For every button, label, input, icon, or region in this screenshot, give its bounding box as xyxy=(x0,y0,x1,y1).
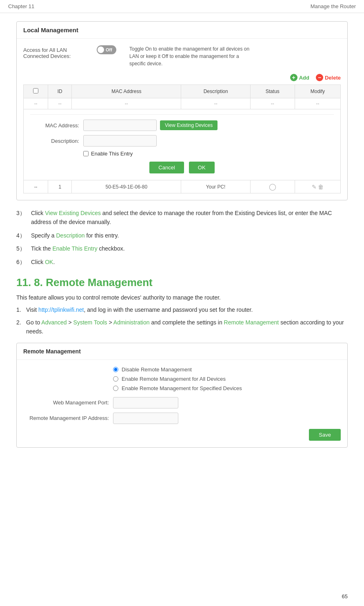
radio-all-devices: Enable Remote Management for All Devices xyxy=(113,376,341,382)
delete-icon: − xyxy=(316,74,323,81)
step-6-num: 6） xyxy=(16,257,31,266)
page-number: 65 xyxy=(342,593,348,599)
ip-label: Remote Management IP Address: xyxy=(23,415,113,421)
management-table: ID MAC Address Description Status Modify… xyxy=(23,84,341,193)
form-section: MAC Address: View Existing Devices Descr… xyxy=(30,114,334,173)
mac-input[interactable] xyxy=(83,120,157,131)
status-lamp-icon: ◯ xyxy=(269,183,276,190)
ok-button[interactable]: OK xyxy=(189,162,215,173)
remote-step-2: 2. Go to Advanced > System Tools > Admin… xyxy=(16,318,348,336)
empty-row: -- -- -- -- -- -- xyxy=(24,98,341,109)
toggle-switch[interactable]: Off xyxy=(97,45,116,54)
edit-icon[interactable]: ✎ xyxy=(312,184,317,190)
step-5-text: Tick the Enable This Entry checkbox. xyxy=(31,244,125,253)
toggle-text: Off xyxy=(106,47,112,52)
description-link: Description xyxy=(56,232,84,239)
data-col6: ✎ 🗑 xyxy=(295,180,340,193)
form-row: MAC Address: View Existing Devices Descr… xyxy=(24,109,341,180)
web-port-input[interactable] xyxy=(113,397,178,408)
data-col1: -- xyxy=(24,180,48,193)
radio-all-input[interactable] xyxy=(113,376,118,382)
col-mac: MAC Address xyxy=(72,85,181,98)
select-all-checkbox[interactable] xyxy=(33,88,38,93)
desc-input[interactable] xyxy=(83,135,157,147)
remote-panel-title: Remote Management xyxy=(17,343,347,360)
section-number: 11. 8. xyxy=(16,276,46,289)
enable-entry-row: Enable This Entry xyxy=(83,151,334,157)
add-icon: + xyxy=(290,74,297,81)
ip-address-input[interactable] xyxy=(113,413,178,424)
manage-label: Manage the Router xyxy=(311,3,356,9)
step-4-num: 4） xyxy=(16,231,31,240)
chapter-label: Chapter 11 xyxy=(8,3,34,9)
web-port-row: Web Management Port: xyxy=(23,397,341,408)
tplinkwifi-link[interactable]: http://tplinkwifi.net xyxy=(38,306,84,313)
administration-link: Administration xyxy=(113,319,150,326)
radio-all-label: Enable Remote Management for All Devices xyxy=(122,376,226,382)
radio-specified-label: Enable Remote Management for Specified D… xyxy=(122,385,242,391)
save-button[interactable]: Save xyxy=(309,429,341,441)
form-buttons: Cancel OK xyxy=(30,162,334,173)
col-status: Status xyxy=(250,85,295,98)
step-6-text: Click OK. xyxy=(31,257,55,266)
access-label: Access for All LANConnected Devices: xyxy=(23,45,97,59)
desc-form-row: Description: xyxy=(30,135,334,147)
ip-address-row: Remote Management IP Address: xyxy=(23,413,341,424)
local-management-title: Local Management xyxy=(17,22,347,39)
step-5-num: 5） xyxy=(16,244,31,253)
step-4-text: Specify a Description for this entry. xyxy=(31,231,119,240)
radio-disable-input[interactable] xyxy=(113,367,118,372)
add-delete-row: + Add − Delete xyxy=(23,74,341,81)
local-management-panel: Local Management Access for All LANConne… xyxy=(16,21,348,200)
radio-specified-input[interactable] xyxy=(113,386,118,391)
cancel-button[interactable]: Cancel xyxy=(149,162,184,173)
enable-this-entry-link: Enable This Entry xyxy=(52,245,97,252)
remote-step-1-text: Visit http://tplinkwifi.net, and log in … xyxy=(26,305,253,314)
remote-step-2-num: 2. xyxy=(16,318,26,327)
step-3-num: 3） xyxy=(16,209,31,227)
desc-label: Description: xyxy=(30,138,83,144)
trash-icon[interactable]: 🗑 xyxy=(318,184,324,190)
add-label: Add xyxy=(299,75,309,81)
remote-step-1-num: 1. xyxy=(16,305,26,314)
system-tools-link: System Tools xyxy=(73,319,107,326)
section-heading: 11. 8. Remote Management xyxy=(16,276,348,289)
step-3-text: Click View Existing Devices and select t… xyxy=(31,209,348,227)
data-col2: 1 xyxy=(48,180,72,193)
table-row: -- 1 50-E5-49-1E-06-80 Your PC! ◯ ✎ 🗑 xyxy=(24,180,341,193)
enable-entry-checkbox[interactable] xyxy=(83,151,89,156)
remote-desc1: This feature allows you to control remot… xyxy=(16,293,348,302)
delete-label: Delete xyxy=(325,75,341,81)
ok-link: OK xyxy=(45,259,53,265)
radio-group: Disable Remote Management Enable Remote … xyxy=(113,366,341,391)
step-6: 6） Click OK. xyxy=(16,257,348,266)
radio-disable: Disable Remote Management xyxy=(113,366,341,373)
remote-steps: 1. Visit http://tplinkwifi.net, and log … xyxy=(16,305,348,336)
access-row: Access for All LANConnected Devices: Off… xyxy=(23,45,341,67)
empty-col2: -- xyxy=(48,98,72,109)
data-col3: 50-E5-49-1E-06-80 xyxy=(72,180,181,193)
remote-step-1: 1. Visit http://tplinkwifi.net, and log … xyxy=(16,305,348,314)
col-desc: Description xyxy=(181,85,250,98)
remote-mgmt-link: Remote Management xyxy=(224,319,279,326)
step-5: 5） Tick the Enable This Entry checkbox. xyxy=(16,244,348,253)
empty-col1: -- xyxy=(24,98,48,109)
col-id: ID xyxy=(48,85,72,98)
mac-form-row: MAC Address: View Existing Devices xyxy=(30,120,334,131)
step-3: 3） Click View Existing Devices and selec… xyxy=(16,209,348,227)
view-existing-devices-button[interactable]: View Existing Devices xyxy=(160,120,218,130)
col-checkbox[interactable] xyxy=(24,85,48,98)
empty-col4: -- xyxy=(181,98,250,109)
add-button[interactable]: + Add xyxy=(290,74,309,81)
col-modify: Modify xyxy=(295,85,340,98)
empty-col6: -- xyxy=(295,98,340,109)
delete-button[interactable]: − Delete xyxy=(316,74,341,81)
access-desc: Toggle On to enable the management for a… xyxy=(129,45,341,67)
radio-disable-label: Disable Remote Management xyxy=(122,366,192,373)
empty-col5: -- xyxy=(250,98,295,109)
save-row: Save xyxy=(23,429,341,441)
mac-label: MAC Address: xyxy=(30,122,83,129)
section-title: Remote Management xyxy=(46,276,153,289)
remote-management-panel: Remote Management Disable Remote Managem… xyxy=(16,343,348,448)
enable-entry-label: Enable This Entry xyxy=(91,151,133,157)
